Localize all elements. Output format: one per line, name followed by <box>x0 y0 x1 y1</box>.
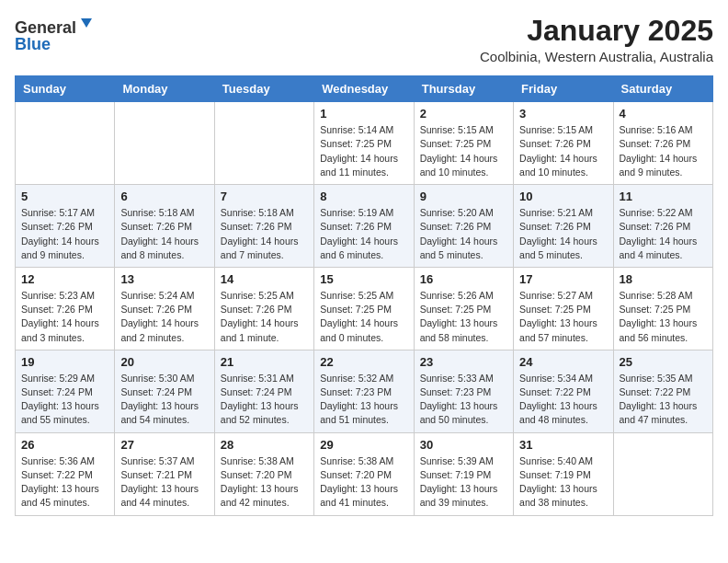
day-info: Sunrise: 5:16 AM Sunset: 7:26 PM Dayligh… <box>620 123 707 179</box>
day-number: 13 <box>120 272 208 286</box>
svg-text:General: General <box>15 18 76 37</box>
day-info: Sunrise: 5:25 AM Sunset: 7:26 PM Dayligh… <box>221 289 308 345</box>
calendar-cell: 16Sunrise: 5:26 AM Sunset: 7:25 PM Dayli… <box>414 267 513 350</box>
day-number: 27 <box>120 438 208 452</box>
day-number: 10 <box>519 190 607 203</box>
calendar-cell: 3Sunrise: 5:15 AM Sunset: 7:26 PM Daylig… <box>514 102 613 185</box>
calendar-cell: 13Sunrise: 5:24 AM Sunset: 7:26 PM Dayli… <box>115 267 214 350</box>
logo-svg: GeneralBlue <box>15 15 97 53</box>
day-info: Sunrise: 5:19 AM Sunset: 7:26 PM Dayligh… <box>320 206 407 262</box>
day-number: 5 <box>21 190 108 203</box>
calendar-cell: 31Sunrise: 5:40 AM Sunset: 7:19 PM Dayli… <box>514 432 613 515</box>
calendar-week-5: 26Sunrise: 5:36 AM Sunset: 7:22 PM Dayli… <box>16 432 713 515</box>
calendar-week-4: 19Sunrise: 5:29 AM Sunset: 7:24 PM Dayli… <box>16 350 713 432</box>
calendar-cell: 29Sunrise: 5:38 AM Sunset: 7:20 PM Dayli… <box>314 432 414 515</box>
day-info: Sunrise: 5:35 AM Sunset: 7:22 PM Dayligh… <box>620 372 707 428</box>
calendar-cell <box>613 432 712 515</box>
weekday-header-thursday: Thursday <box>414 76 513 102</box>
calendar-cell: 9Sunrise: 5:20 AM Sunset: 7:26 PM Daylig… <box>414 185 513 268</box>
weekday-header-row: SundayMondayTuesdayWednesdayThursdayFrid… <box>16 76 713 102</box>
calendar-cell: 6Sunrise: 5:18 AM Sunset: 7:26 PM Daylig… <box>115 185 214 268</box>
day-number: 8 <box>320 190 407 203</box>
calendar-cell <box>16 102 115 185</box>
month-title: January 2025 <box>480 15 713 47</box>
day-number: 29 <box>320 438 407 452</box>
calendar-cell: 14Sunrise: 5:25 AM Sunset: 7:26 PM Dayli… <box>214 267 313 350</box>
weekday-header-monday: Monday <box>115 76 214 102</box>
location-title: Coolbinia, Western Australia, Australia <box>480 49 713 64</box>
weekday-header-friday: Friday <box>514 76 613 102</box>
day-number: 30 <box>420 438 507 452</box>
day-info: Sunrise: 5:38 AM Sunset: 7:20 PM Dayligh… <box>221 454 308 511</box>
calendar-cell: 27Sunrise: 5:37 AM Sunset: 7:21 PM Dayli… <box>115 432 214 515</box>
calendar-cell: 22Sunrise: 5:32 AM Sunset: 7:23 PM Dayli… <box>314 350 414 432</box>
calendar-cell <box>214 102 313 185</box>
day-info: Sunrise: 5:32 AM Sunset: 7:23 PM Dayligh… <box>320 372 407 428</box>
calendar-cell: 21Sunrise: 5:31 AM Sunset: 7:24 PM Dayli… <box>214 350 313 432</box>
day-number: 2 <box>420 107 507 121</box>
day-number: 22 <box>320 355 407 369</box>
calendar-cell: 30Sunrise: 5:39 AM Sunset: 7:19 PM Dayli… <box>414 432 513 515</box>
day-number: 19 <box>21 355 108 369</box>
day-number: 25 <box>620 355 707 369</box>
calendar-week-3: 12Sunrise: 5:23 AM Sunset: 7:26 PM Dayli… <box>16 267 713 350</box>
day-number: 26 <box>21 438 108 452</box>
calendar-cell: 28Sunrise: 5:38 AM Sunset: 7:20 PM Dayli… <box>214 432 313 515</box>
day-number: 6 <box>120 190 208 203</box>
calendar-cell: 4Sunrise: 5:16 AM Sunset: 7:26 PM Daylig… <box>613 102 712 185</box>
day-number: 4 <box>620 107 707 121</box>
calendar-cell: 23Sunrise: 5:33 AM Sunset: 7:23 PM Dayli… <box>414 350 513 432</box>
day-info: Sunrise: 5:17 AM Sunset: 7:26 PM Dayligh… <box>21 206 108 262</box>
calendar-cell: 2Sunrise: 5:15 AM Sunset: 7:25 PM Daylig… <box>414 102 513 185</box>
day-info: Sunrise: 5:22 AM Sunset: 7:26 PM Dayligh… <box>620 206 707 262</box>
day-number: 1 <box>320 107 407 121</box>
day-info: Sunrise: 5:33 AM Sunset: 7:23 PM Dayligh… <box>420 372 507 428</box>
day-number: 24 <box>519 355 607 369</box>
page-header: GeneralBlue January 2025 Coolbinia, West… <box>15 15 713 64</box>
weekday-header-sunday: Sunday <box>16 76 115 102</box>
calendar-cell: 15Sunrise: 5:25 AM Sunset: 7:25 PM Dayli… <box>314 267 414 350</box>
calendar-cell: 12Sunrise: 5:23 AM Sunset: 7:26 PM Dayli… <box>16 267 115 350</box>
day-number: 17 <box>519 272 607 286</box>
day-number: 9 <box>420 190 507 203</box>
day-info: Sunrise: 5:36 AM Sunset: 7:22 PM Dayligh… <box>21 454 108 511</box>
svg-marker-0 <box>81 18 92 28</box>
weekday-header-wednesday: Wednesday <box>314 76 414 102</box>
day-info: Sunrise: 5:24 AM Sunset: 7:26 PM Dayligh… <box>120 289 208 345</box>
calendar-cell: 19Sunrise: 5:29 AM Sunset: 7:24 PM Dayli… <box>16 350 115 432</box>
calendar-week-1: 1Sunrise: 5:14 AM Sunset: 7:25 PM Daylig… <box>16 102 713 185</box>
day-info: Sunrise: 5:23 AM Sunset: 7:26 PM Dayligh… <box>21 289 108 345</box>
calendar-cell: 7Sunrise: 5:18 AM Sunset: 7:26 PM Daylig… <box>214 185 313 268</box>
day-number: 3 <box>519 107 607 121</box>
calendar-cell: 17Sunrise: 5:27 AM Sunset: 7:25 PM Dayli… <box>514 267 613 350</box>
day-number: 12 <box>21 272 108 286</box>
day-info: Sunrise: 5:30 AM Sunset: 7:24 PM Dayligh… <box>120 372 208 428</box>
day-info: Sunrise: 5:37 AM Sunset: 7:21 PM Dayligh… <box>120 454 208 511</box>
day-number: 20 <box>120 355 208 369</box>
day-info: Sunrise: 5:25 AM Sunset: 7:25 PM Dayligh… <box>320 289 407 345</box>
day-info: Sunrise: 5:15 AM Sunset: 7:25 PM Dayligh… <box>420 123 507 179</box>
calendar-week-2: 5Sunrise: 5:17 AM Sunset: 7:26 PM Daylig… <box>16 185 713 268</box>
logo: GeneralBlue <box>15 15 97 53</box>
day-info: Sunrise: 5:18 AM Sunset: 7:26 PM Dayligh… <box>221 206 308 262</box>
day-info: Sunrise: 5:27 AM Sunset: 7:25 PM Dayligh… <box>519 289 607 345</box>
weekday-header-saturday: Saturday <box>613 76 712 102</box>
day-info: Sunrise: 5:31 AM Sunset: 7:24 PM Dayligh… <box>221 372 308 428</box>
calendar-cell: 20Sunrise: 5:30 AM Sunset: 7:24 PM Dayli… <box>115 350 214 432</box>
day-number: 16 <box>420 272 507 286</box>
calendar-table: SundayMondayTuesdayWednesdayThursdayFrid… <box>15 75 713 515</box>
day-info: Sunrise: 5:21 AM Sunset: 7:26 PM Dayligh… <box>519 206 607 262</box>
calendar-cell: 1Sunrise: 5:14 AM Sunset: 7:25 PM Daylig… <box>314 102 414 185</box>
calendar-cell: 5Sunrise: 5:17 AM Sunset: 7:26 PM Daylig… <box>16 185 115 268</box>
day-number: 11 <box>620 190 707 203</box>
day-number: 21 <box>221 355 308 369</box>
calendar-cell: 24Sunrise: 5:34 AM Sunset: 7:22 PM Dayli… <box>514 350 613 432</box>
day-info: Sunrise: 5:26 AM Sunset: 7:25 PM Dayligh… <box>420 289 507 345</box>
day-info: Sunrise: 5:28 AM Sunset: 7:25 PM Dayligh… <box>620 289 707 345</box>
day-info: Sunrise: 5:29 AM Sunset: 7:24 PM Dayligh… <box>21 372 108 428</box>
calendar-cell: 25Sunrise: 5:35 AM Sunset: 7:22 PM Dayli… <box>613 350 712 432</box>
day-number: 7 <box>221 190 308 203</box>
calendar-cell: 26Sunrise: 5:36 AM Sunset: 7:22 PM Dayli… <box>16 432 115 515</box>
title-block: January 2025 Coolbinia, Western Australi… <box>480 15 713 64</box>
day-info: Sunrise: 5:34 AM Sunset: 7:22 PM Dayligh… <box>519 372 607 428</box>
